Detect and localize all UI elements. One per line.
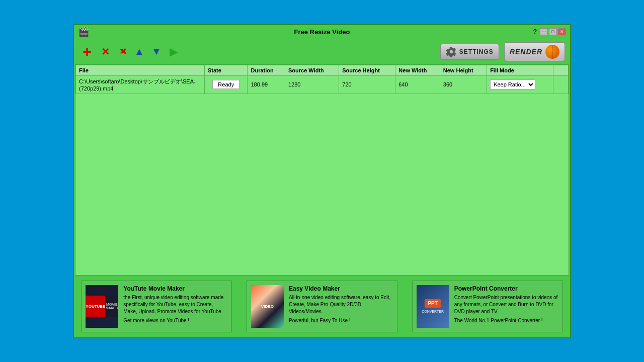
settings-button[interactable]: SETTINGS bbox=[440, 44, 499, 60]
product-card-youtube[interactable]: YOUTUBE MOVIE MAKER YouTute Movie Maker … bbox=[81, 281, 232, 332]
col-extra bbox=[553, 65, 569, 75]
window-controls: ? — □ ✕ bbox=[533, 28, 566, 35]
cell-source-width: 1280 bbox=[285, 75, 339, 94]
col-source-width: Source Width bbox=[285, 65, 339, 75]
add-file-button[interactable]: + bbox=[79, 44, 95, 60]
settings-label: SETTINGS bbox=[459, 48, 494, 55]
status-badge: Ready bbox=[212, 80, 239, 89]
col-fill-mode: Fill Mode bbox=[487, 65, 553, 75]
toolbar-left: + ✕ ✕ ✕ ▲ ▼ ▶ bbox=[79, 44, 181, 60]
title-bar: 🎬 Free Resize Video ? — □ ✕ bbox=[74, 25, 570, 39]
render-label: RENDER bbox=[510, 48, 542, 56]
product-desc-ppt: Convert PowerPoint presentations to vide… bbox=[454, 294, 558, 315]
product-card-video[interactable]: VIDEO Easy Video Maker All-in-one video … bbox=[247, 281, 397, 332]
help-button[interactable]: ? bbox=[533, 28, 537, 35]
cell-new-height: 360 bbox=[440, 75, 487, 94]
toolbar-right: SETTINGS RENDER bbox=[440, 42, 565, 61]
col-state: State bbox=[204, 65, 247, 75]
cell-state: Ready bbox=[204, 75, 247, 94]
cell-file: C:\Users\softaro\Desktop\サンプルビデオ\SEA-(72… bbox=[76, 75, 205, 94]
product-image-youtube: YOUTUBE MOVIE MAKER bbox=[86, 285, 118, 328]
product-card-ppt[interactable]: PPT CONVERTER PowerPoint Converter Conve… bbox=[412, 281, 563, 332]
product-text-ppt: PowerPoint Converter Convert PowerPoint … bbox=[454, 285, 558, 328]
render-button[interactable]: RENDER bbox=[504, 42, 565, 61]
close-button[interactable]: ✕ bbox=[558, 28, 566, 35]
remove-file-button[interactable]: ✕ bbox=[98, 45, 112, 59]
table-row: C:\Users\softaro\Desktop\サンプルビデオ\SEA-(72… bbox=[76, 75, 569, 94]
maximize-button[interactable]: □ bbox=[549, 28, 557, 35]
product-title-youtube: YouTute Movie Maker bbox=[123, 285, 227, 292]
product-title-ppt: PowerPoint Converter bbox=[454, 285, 558, 292]
list-empty-area bbox=[75, 94, 569, 275]
product-desc-video: All-in-one video editing software, easy … bbox=[289, 294, 393, 315]
table-header-row: File State Duration Source Width Source … bbox=[76, 65, 569, 75]
remove-all-button[interactable]: ✕ ✕ bbox=[115, 45, 129, 59]
file-table-container: File State Duration Source Width Source … bbox=[75, 64, 569, 276]
product-image-video: VIDEO bbox=[251, 285, 284, 328]
file-table: File State Duration Source Width Source … bbox=[75, 65, 569, 94]
footer-products: YOUTUBE MOVIE MAKER YouTute Movie Maker … bbox=[74, 276, 570, 337]
cell-extra bbox=[553, 75, 569, 94]
fill-mode-select[interactable]: Keep Ratio... Stretch Crop bbox=[490, 79, 535, 89]
col-source-height: Source Height bbox=[339, 65, 395, 75]
product-cta-youtube: Get more views on YouTube ! bbox=[123, 317, 227, 324]
start-button[interactable]: ▶ bbox=[167, 45, 181, 59]
col-new-width: New Width bbox=[395, 65, 440, 75]
product-title-video: Easy Video Maker bbox=[289, 285, 393, 292]
move-down-button[interactable]: ▼ bbox=[149, 45, 164, 59]
col-file: File bbox=[76, 65, 205, 75]
render-globe-icon bbox=[545, 45, 559, 59]
product-cta-video: Powerful, but Easy To Use ! bbox=[289, 317, 393, 324]
col-duration: Duration bbox=[248, 65, 285, 75]
col-new-height: New Height bbox=[440, 65, 487, 75]
product-image-ppt: PPT CONVERTER bbox=[417, 285, 449, 328]
gear-icon bbox=[446, 46, 457, 57]
cell-duration: 180.99 bbox=[248, 75, 285, 94]
product-text-youtube: YouTute Movie Maker the First, unique vi… bbox=[123, 285, 227, 328]
product-desc-youtube: the First, unique video editing software… bbox=[123, 294, 227, 315]
minimize-button[interactable]: — bbox=[540, 28, 548, 35]
cell-source-height: 720 bbox=[339, 75, 395, 94]
main-window: 🎬 Free Resize Video ? — □ ✕ + ✕ ✕ ✕ ▲ ▼ bbox=[73, 24, 571, 338]
window-title: Free Resize Video bbox=[294, 28, 350, 36]
app-icon: 🎬 bbox=[78, 26, 89, 37]
cell-fill-mode[interactable]: Keep Ratio... Stretch Crop bbox=[487, 75, 553, 94]
product-cta-ppt: The World No.1 PowerPoint Converter ! bbox=[454, 317, 558, 324]
cell-new-width: 640 bbox=[395, 75, 440, 94]
toolbar: + ✕ ✕ ✕ ▲ ▼ ▶ bbox=[74, 39, 570, 64]
product-text-video: Easy Video Maker All-in-one video editin… bbox=[289, 285, 393, 328]
move-up-button[interactable]: ▲ bbox=[132, 45, 146, 59]
